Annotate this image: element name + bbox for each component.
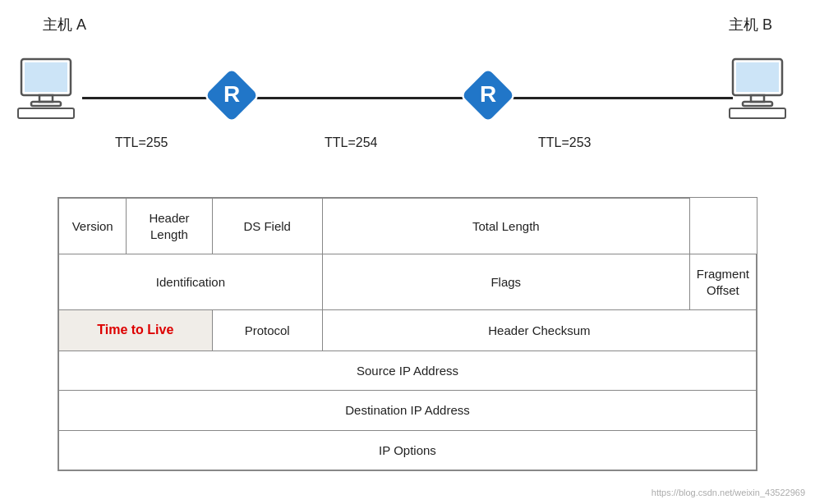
cell-source-ip: Source IP Address — [59, 351, 757, 391]
ttl-label-a: TTL=255 — [115, 135, 168, 150]
svg-rect-8 — [743, 102, 772, 106]
cell-ip-options: IP Options — [59, 430, 757, 470]
cell-total-length: Total Length — [322, 199, 689, 254]
cell-ds-field: DS Field — [212, 199, 322, 254]
table-row-1: Version HeaderLength DS Field Total Leng… — [59, 199, 757, 254]
table-row-2: Identification Flags Fragment Offset — [59, 254, 757, 310]
watermark: https://blog.csdn.net/weixin_43522969 — [652, 488, 805, 497]
table-row-6: IP Options — [59, 430, 757, 470]
ip-header-table-container: Version HeaderLength DS Field Total Leng… — [58, 197, 757, 471]
table-row-5: Destination IP Address — [59, 391, 757, 431]
svg-text:R: R — [223, 81, 240, 107]
cell-fragment-offset: Fragment Offset — [689, 254, 756, 310]
network-diagram: 主机 A 主机 B — [0, 0, 815, 189]
network-line — [82, 97, 733, 99]
host-a-label: 主机 A — [43, 15, 86, 34]
cell-header-checksum: Header Checksum — [322, 310, 756, 351]
cell-version: Version — [59, 199, 127, 254]
svg-rect-1 — [25, 62, 67, 92]
table-row-4: Source IP Address — [59, 351, 757, 391]
svg-rect-6 — [736, 62, 779, 92]
cell-header-length: HeaderLength — [127, 199, 212, 254]
cell-flags: Flags — [322, 254, 689, 310]
cell-ttl: Time to Live — [59, 310, 213, 351]
ip-header-table: Version HeaderLength DS Field Total Leng… — [58, 198, 757, 470]
router-1: R — [200, 64, 263, 126]
ttl-label-b: TTL=253 — [538, 135, 591, 150]
host-b-label: 主机 B — [729, 15, 772, 34]
cell-identification: Identification — [59, 254, 323, 310]
computer-b — [726, 56, 800, 121]
svg-rect-4 — [18, 108, 74, 118]
ttl-label-mid: TTL=254 — [325, 135, 377, 150]
cell-dest-ip: Destination IP Address — [59, 391, 757, 431]
svg-rect-3 — [31, 102, 61, 106]
router-2: R — [457, 64, 519, 126]
table-row-3: Time to Live Protocol Header Checksum — [59, 310, 757, 351]
svg-rect-9 — [730, 108, 785, 118]
cell-protocol: Protocol — [212, 310, 322, 351]
computer-a — [15, 56, 89, 121]
svg-text:R: R — [480, 81, 496, 107]
